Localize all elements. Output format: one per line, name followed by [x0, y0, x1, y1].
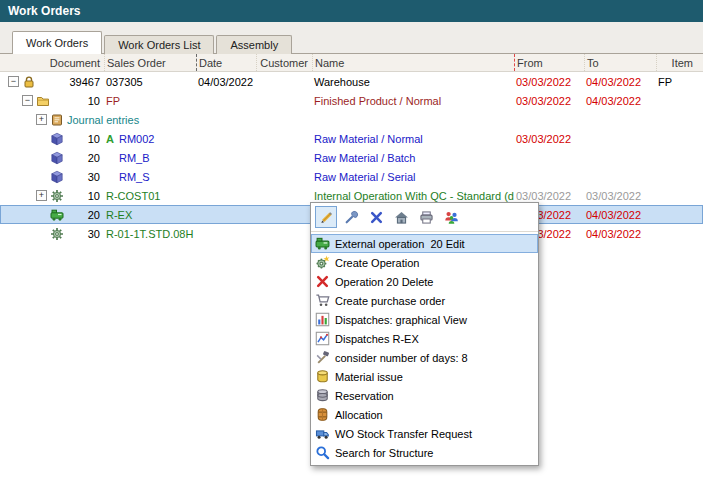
window-title: Work Orders [8, 4, 80, 18]
search-icon [315, 445, 330, 460]
sales-order-value: R-01-1T.STD.08H [106, 228, 193, 240]
x-red-icon [315, 274, 330, 289]
menu-item-label: Create purchase order [335, 295, 445, 307]
chart-line-icon [315, 331, 330, 346]
row-flag: A [106, 133, 119, 145]
tree-indent [8, 157, 36, 158]
customer-cell [256, 205, 312, 224]
x-blue-icon [369, 210, 384, 225]
sales-order-cell: ARM002 [104, 129, 196, 148]
menu-item-label: External operation 20 Edit [335, 238, 465, 250]
menu-item-label: Create Operation [335, 257, 419, 269]
menu-item[interactable]: WO Stock Transfer Request [311, 424, 538, 443]
tab-work-orders-list[interactable]: Work Orders List [104, 35, 214, 54]
table-row[interactable]: 30RM_SRaw Material / Serial [0, 167, 703, 186]
sales-order-cell: RM_S [104, 167, 196, 186]
tab-work-orders[interactable]: Work Orders [12, 31, 102, 54]
expander-plus-icon[interactable]: + [36, 114, 47, 125]
menu-item[interactable]: Create purchase order [311, 291, 538, 310]
document-cell: 20 [68, 148, 104, 167]
column-header-to[interactable]: To [584, 54, 656, 71]
expander-minus-icon[interactable]: − [22, 95, 33, 106]
menu-toolbar-printer-button[interactable] [415, 206, 437, 228]
item-cell [656, 205, 703, 224]
table-row[interactable]: 10ARM002Raw Material / Normal03/03/2022 [0, 129, 703, 148]
document-cell: 20 [68, 205, 104, 224]
expander-plus-icon[interactable]: + [36, 190, 47, 201]
sales-order-cell: R-01-1T.STD.08H [104, 224, 196, 243]
menu-item-label: Dispatches R-EX [335, 333, 419, 345]
table-row[interactable]: +Journal entries [0, 110, 703, 129]
column-header-from[interactable]: From [514, 54, 584, 71]
menu-item[interactable]: External operation 20 Edit [311, 234, 538, 253]
date-cell [196, 129, 256, 148]
menu-item[interactable]: Search for Structure [311, 443, 538, 462]
to-date-cell: 04/03/2022 [584, 224, 656, 243]
date-cell [196, 224, 256, 243]
menu-toolbar-users-button[interactable] [440, 206, 462, 228]
column-header-date[interactable]: Date [196, 54, 256, 71]
item-cell [656, 167, 703, 186]
menu-item[interactable]: consider number of days: 8 [311, 348, 538, 367]
menu-item[interactable]: Material issue [311, 367, 538, 386]
menu-toolbar-pencil-button[interactable] [315, 206, 337, 228]
stack-icon [315, 388, 330, 403]
chart-bars-icon [315, 312, 330, 327]
hammer-icon [315, 350, 330, 365]
machine-icon [50, 208, 64, 222]
truck-icon [315, 426, 330, 441]
from-date-cell: 03/03/2022 [514, 129, 584, 148]
menu-item-label: WO Stock Transfer Request [335, 428, 472, 440]
date-cell: 04/03/2022 [196, 72, 256, 91]
table-row[interactable]: 20RM_BRaw Material / Batch [0, 148, 703, 167]
column-header-document[interactable]: Document [8, 54, 104, 71]
menu-toolbar-home-button[interactable] [390, 206, 412, 228]
book-icon [50, 113, 64, 127]
tree-indent [8, 119, 36, 120]
from-date-cell [514, 148, 584, 167]
customer-cell [256, 129, 312, 148]
item-cell [656, 148, 703, 167]
tree-cell: − [0, 91, 68, 110]
tree-cell: + [0, 186, 68, 205]
menu-item[interactable]: Reservation [311, 386, 538, 405]
lock-icon [22, 75, 36, 89]
menu-item-label: Search for Structure [335, 447, 433, 459]
item-cell [656, 91, 703, 110]
table-row[interactable]: −10FPFinished Product / Normal03/03/2022… [0, 91, 703, 110]
tab-assembly[interactable]: Assembly [216, 35, 292, 54]
customer-cell [256, 91, 312, 110]
date-cell [196, 91, 256, 110]
expander-minus-icon[interactable]: − [8, 76, 19, 87]
menu-item[interactable]: Create Operation [311, 253, 538, 272]
from-date-cell: 03/03/2022 [514, 91, 584, 110]
sales-order-value: FP [106, 95, 120, 107]
cube-icon [50, 151, 64, 165]
sales-order-cell: 037305 [104, 72, 196, 91]
column-header-name[interactable]: Name [312, 54, 514, 71]
sales-order-cell: R-EX [104, 205, 196, 224]
sales-order-value: RM_S [119, 171, 150, 183]
cube-icon [50, 132, 64, 146]
menu-item[interactable]: Allocation [311, 405, 538, 424]
gear-icon [50, 227, 64, 241]
menu-item-label: Material issue [335, 371, 403, 383]
column-header-sales_order[interactable]: Sales Order [104, 54, 196, 71]
to-date-cell [584, 129, 656, 148]
table-row[interactable]: −3946703730504/03/2022Warehouse03/03/202… [0, 72, 703, 91]
menu-toolbar-x-blue-button[interactable] [365, 206, 387, 228]
document-cell: 39467 [68, 72, 104, 91]
menu-item[interactable]: Operation 20 Delete [311, 272, 538, 291]
tree-cell [0, 148, 68, 167]
column-header-customer[interactable]: Customer [256, 54, 312, 71]
gear-new-icon [315, 255, 330, 270]
to-date-cell: 04/03/2022 [584, 205, 656, 224]
column-header-item[interactable]: Item [656, 54, 703, 71]
menu-item[interactable]: Dispatches R-EX [311, 329, 538, 348]
document-cell: 30 [68, 167, 104, 186]
menu-toolbar-wrench-button[interactable] [340, 206, 362, 228]
document-cell: 10 [68, 91, 104, 110]
name-cell: Raw Material / Batch [312, 148, 514, 167]
menu-item[interactable]: Dispatches: graphical View [311, 310, 538, 329]
folder-icon [36, 94, 50, 108]
